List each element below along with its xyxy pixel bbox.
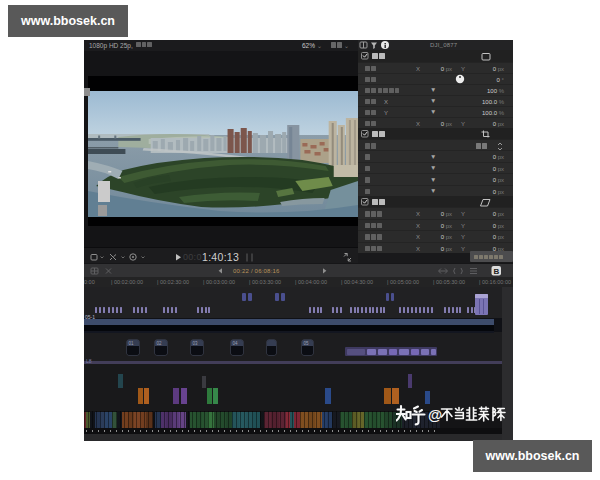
svg-text:B: B: [493, 267, 499, 276]
svg-text:@: @: [428, 407, 442, 423]
